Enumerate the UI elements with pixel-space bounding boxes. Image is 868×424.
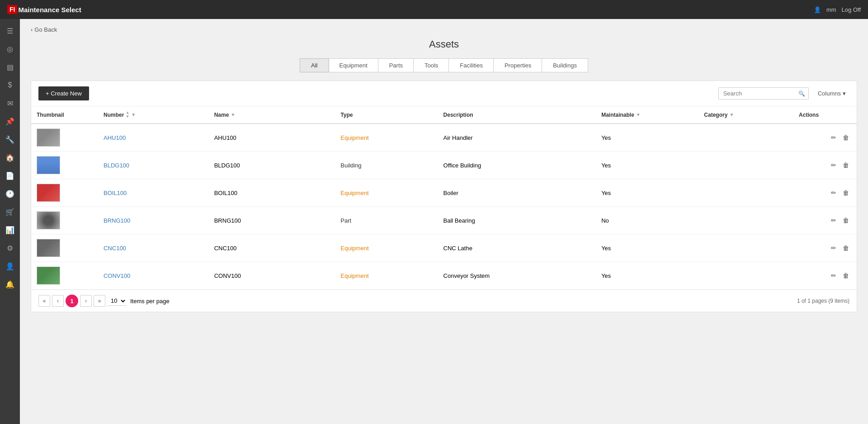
asset-number-link[interactable]: AHU100: [104, 134, 126, 141]
logo-text: Maintenance Select: [18, 6, 81, 14]
cell-description: Air Handler: [438, 124, 596, 152]
asset-name: CONV100: [214, 272, 241, 279]
search-box: 🔍: [718, 87, 809, 100]
edit-button[interactable]: ✏: [829, 215, 839, 225]
delete-button[interactable]: 🗑: [840, 133, 851, 143]
cell-number: CONV100: [98, 262, 209, 290]
table-scroll[interactable]: Thumbnail Number ▲ ▼ ▼: [31, 106, 857, 290]
delete-button[interactable]: 🗑: [840, 271, 851, 281]
cell-actions: ✏ 🗑: [793, 179, 857, 207]
cell-category: [698, 179, 793, 207]
edit-button[interactable]: ✏: [829, 188, 839, 198]
th-thumbnail: Thumbnail: [31, 106, 98, 124]
search-icon: 🔍: [798, 91, 805, 97]
cell-number: AHU100: [98, 124, 209, 152]
asset-number-link[interactable]: BRNG100: [104, 217, 130, 224]
edit-button[interactable]: ✏: [829, 133, 839, 143]
tab-tools[interactable]: Tools: [413, 58, 449, 72]
delete-button[interactable]: 🗑: [840, 243, 851, 253]
sort-number-icons[interactable]: ▲ ▼: [126, 111, 129, 119]
cell-category: [698, 234, 793, 262]
sidebar-item-settings[interactable]: ⚙: [2, 240, 18, 256]
filter-name-icon[interactable]: ▼: [231, 112, 235, 117]
edit-button[interactable]: ✏: [829, 271, 839, 281]
edit-button[interactable]: ✏: [829, 243, 839, 253]
sidebar-item-inbox[interactable]: ✉: [2, 95, 18, 111]
filter-number-icon[interactable]: ▼: [131, 112, 136, 117]
th-description: Description: [438, 106, 596, 124]
tab-equipment[interactable]: Equipment: [328, 58, 379, 72]
first-page-button[interactable]: «: [38, 295, 50, 307]
filter-maintainable-icon[interactable]: ▼: [636, 112, 641, 117]
thumbnail-image: [37, 267, 60, 285]
sidebar-item-dashboard[interactable]: ◎: [2, 41, 18, 57]
asset-name: CNC100: [214, 245, 237, 252]
toolbar-right: 🔍 Columns ▾: [718, 87, 849, 100]
thumbnail-image: [37, 239, 60, 257]
create-new-button[interactable]: + Create New: [38, 86, 89, 100]
sort-asc-icon: ▲: [126, 111, 129, 114]
go-back-link[interactable]: ‹ Go Back: [31, 26, 57, 33]
cell-maintainable: Yes: [596, 124, 698, 152]
sidebar-item-assets[interactable]: 🏠: [2, 149, 18, 166]
next-page-button[interactable]: ›: [80, 295, 92, 307]
filter-category-icon[interactable]: ▼: [729, 112, 734, 117]
table-row: BLDG100 BLDG100 Building Office Building…: [31, 152, 857, 179]
edit-button[interactable]: ✏: [829, 160, 839, 170]
search-input[interactable]: [718, 87, 809, 100]
asset-number-link[interactable]: CONV100: [104, 272, 130, 279]
current-page-number[interactable]: 1: [66, 295, 78, 307]
table-row: AHU100 AHU100 Equipment Air Handler Yes …: [31, 124, 857, 152]
asset-maintainable: Yes: [601, 190, 611, 196]
asset-type: Building: [340, 162, 361, 169]
sidebar-item-tools[interactable]: 🔧: [2, 131, 18, 148]
cell-name: AHU100: [209, 124, 335, 152]
cell-type: Equipment: [335, 234, 438, 262]
cell-thumbnail: [31, 234, 98, 262]
delete-button[interactable]: 🗑: [840, 215, 851, 225]
cell-thumbnail: [31, 124, 98, 152]
logoff-link[interactable]: Log Off: [842, 6, 861, 13]
sidebar-item-users[interactable]: 👤: [2, 258, 18, 274]
delete-button[interactable]: 🗑: [840, 188, 851, 198]
th-maintainable: Maintainable ▼: [596, 106, 698, 124]
asset-number-link[interactable]: BOIL100: [104, 190, 127, 196]
sidebar-item-pin[interactable]: 📌: [2, 113, 18, 129]
th-category: Category ▼: [698, 106, 793, 124]
cell-maintainable: Yes: [596, 152, 698, 179]
sidebar-item-orders[interactable]: 🛒: [2, 204, 18, 220]
sidebar-item-notifications[interactable]: 🔔: [2, 276, 18, 292]
items-per-page-select[interactable]: 10 25 50: [107, 296, 127, 306]
tab-properties[interactable]: Properties: [493, 58, 542, 72]
sidebar-item-menu[interactable]: ☰: [2, 23, 18, 39]
cell-thumbnail: [31, 152, 98, 179]
cell-name: BRNG100: [209, 207, 335, 234]
asset-number-link[interactable]: BLDG100: [104, 162, 129, 169]
cell-number: BRNG100: [98, 207, 209, 234]
asset-number-link[interactable]: CNC100: [104, 245, 126, 252]
items-per-page-label: Items per page: [130, 298, 170, 305]
asset-name: AHU100: [214, 134, 236, 141]
tab-parts[interactable]: Parts: [378, 58, 414, 72]
sidebar-item-reports[interactable]: 📄: [2, 167, 18, 184]
delete-button[interactable]: 🗑: [840, 160, 851, 170]
sidebar-item-finance[interactable]: $: [2, 77, 18, 93]
last-page-button[interactable]: »: [94, 295, 105, 307]
sort-desc-icon: ▼: [126, 115, 129, 119]
sidebar-item-schedule[interactable]: 🕐: [2, 186, 18, 202]
table-toolbar: + Create New 🔍 Columns ▾: [31, 81, 857, 106]
logo-fi: FI: [7, 5, 17, 14]
tab-buildings[interactable]: Buildings: [542, 58, 588, 72]
asset-name: BRNG100: [214, 217, 241, 224]
pagination-left: « ‹ 1 › » 10 25 50 Items per page: [38, 295, 170, 307]
sidebar-item-requests[interactable]: ▤: [2, 59, 18, 75]
tab-all[interactable]: All: [300, 58, 329, 72]
prev-page-button[interactable]: ‹: [52, 295, 64, 307]
thumbnail-image: [37, 129, 60, 147]
sidebar-item-analytics[interactable]: 📊: [2, 222, 18, 238]
columns-button[interactable]: Columns ▾: [814, 88, 849, 99]
username: mm: [826, 6, 836, 13]
thumbnail-image: [37, 156, 60, 174]
tab-facilities[interactable]: Facilities: [448, 58, 494, 72]
asset-type: Equipment: [340, 272, 368, 279]
